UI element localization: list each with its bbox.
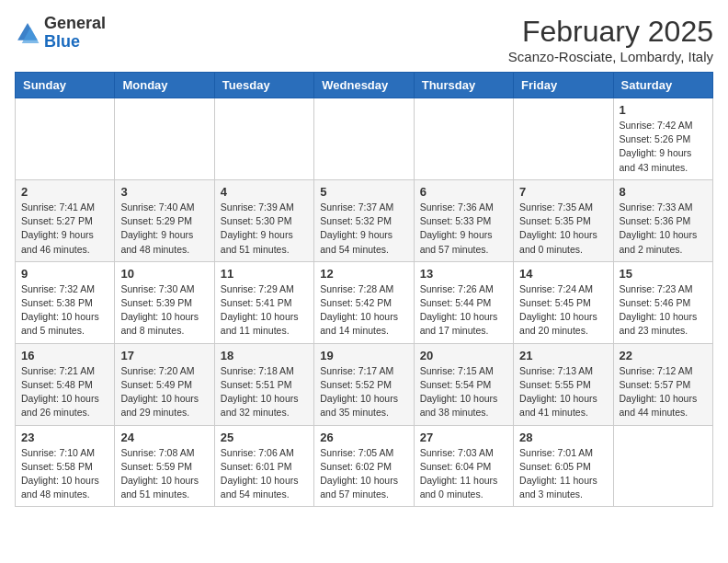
calendar-header-row: SundayMondayTuesdayWednesdayThursdayFrid… xyxy=(16,73,713,98)
day-info: Sunrise: 7:30 AM Sunset: 5:39 PM Dayligh… xyxy=(120,282,208,339)
calendar-cell: 16Sunrise: 7:21 AM Sunset: 5:48 PM Dayli… xyxy=(16,343,115,425)
day-info: Sunrise: 7:37 AM Sunset: 5:32 PM Dayligh… xyxy=(320,201,407,257)
calendar-cell: 14Sunrise: 7:24 AM Sunset: 5:45 PM Dayli… xyxy=(514,261,613,343)
day-info: Sunrise: 7:32 AM Sunset: 5:38 PM Dayligh… xyxy=(21,282,108,339)
calendar-cell: 18Sunrise: 7:18 AM Sunset: 5:51 PM Dayli… xyxy=(214,343,313,425)
logo-blue: Blue xyxy=(44,32,80,51)
day-number: 23 xyxy=(21,431,108,444)
day-info: Sunrise: 7:08 AM Sunset: 5:59 PM Dayligh… xyxy=(120,446,208,502)
location: Scanzo-Rosciate, Lombardy, Italy xyxy=(508,49,713,64)
day-info: Sunrise: 7:29 AM Sunset: 5:41 PM Dayligh… xyxy=(221,282,308,339)
day-number: 9 xyxy=(21,267,108,281)
calendar-header-wednesday: Wednesday xyxy=(314,73,414,98)
calendar-header-thursday: Thursday xyxy=(414,73,513,98)
calendar-cell: 19Sunrise: 7:17 AM Sunset: 5:52 PM Dayli… xyxy=(314,343,414,425)
day-info: Sunrise: 7:18 AM Sunset: 5:51 PM Dayligh… xyxy=(221,364,308,420)
calendar-cell xyxy=(314,98,414,180)
day-info: Sunrise: 7:03 AM Sunset: 6:04 PM Dayligh… xyxy=(420,446,507,502)
day-number: 18 xyxy=(221,349,308,362)
logo: General Blue xyxy=(15,15,106,52)
calendar-cell xyxy=(115,98,214,180)
calendar-cell: 24Sunrise: 7:08 AM Sunset: 5:59 PM Dayli… xyxy=(115,425,214,507)
day-number: 2 xyxy=(21,185,108,199)
calendar-cell: 8Sunrise: 7:33 AM Sunset: 5:36 PM Daylig… xyxy=(613,179,712,261)
day-info: Sunrise: 7:23 AM Sunset: 5:46 PM Dayligh… xyxy=(620,282,707,339)
calendar-cell: 2Sunrise: 7:41 AM Sunset: 5:27 PM Daylig… xyxy=(16,179,115,261)
calendar-header-sunday: Sunday xyxy=(16,73,115,98)
calendar-cell: 15Sunrise: 7:23 AM Sunset: 5:46 PM Dayli… xyxy=(613,261,712,343)
calendar-cell xyxy=(613,425,712,507)
calendar-header-friday: Friday xyxy=(514,73,613,98)
day-number: 21 xyxy=(519,349,607,362)
month-title: February 2025 xyxy=(508,15,713,49)
day-info: Sunrise: 7:13 AM Sunset: 5:55 PM Dayligh… xyxy=(519,364,607,420)
calendar-header-saturday: Saturday xyxy=(613,73,712,98)
calendar-cell: 17Sunrise: 7:20 AM Sunset: 5:49 PM Dayli… xyxy=(115,343,214,425)
day-number: 7 xyxy=(519,185,607,199)
calendar-cell xyxy=(414,98,513,180)
calendar-cell: 1Sunrise: 7:42 AM Sunset: 5:26 PM Daylig… xyxy=(613,98,712,180)
day-info: Sunrise: 7:26 AM Sunset: 5:44 PM Dayligh… xyxy=(420,282,507,339)
day-number: 13 xyxy=(420,267,507,281)
day-info: Sunrise: 7:41 AM Sunset: 5:27 PM Dayligh… xyxy=(21,201,108,257)
day-number: 12 xyxy=(320,267,407,281)
logo-general: General xyxy=(44,14,106,32)
day-number: 4 xyxy=(221,185,308,199)
calendar-cell xyxy=(514,98,613,180)
calendar-cell: 5Sunrise: 7:37 AM Sunset: 5:32 PM Daylig… xyxy=(314,179,414,261)
calendar-header-tuesday: Tuesday xyxy=(214,73,313,98)
day-info: Sunrise: 7:36 AM Sunset: 5:33 PM Dayligh… xyxy=(420,201,507,257)
day-info: Sunrise: 7:21 AM Sunset: 5:48 PM Dayligh… xyxy=(21,364,108,420)
day-info: Sunrise: 7:10 AM Sunset: 5:58 PM Dayligh… xyxy=(21,446,108,502)
day-number: 17 xyxy=(120,349,208,362)
day-number: 25 xyxy=(221,431,308,444)
calendar-cell: 28Sunrise: 7:01 AM Sunset: 6:05 PM Dayli… xyxy=(514,425,613,507)
calendar-cell: 21Sunrise: 7:13 AM Sunset: 5:55 PM Dayli… xyxy=(514,343,613,425)
page-header: General Blue February 2025 Scanzo-Roscia… xyxy=(15,15,713,64)
day-number: 16 xyxy=(21,349,108,362)
day-info: Sunrise: 7:24 AM Sunset: 5:45 PM Dayligh… xyxy=(519,282,607,339)
day-number: 14 xyxy=(519,267,607,281)
calendar-cell: 22Sunrise: 7:12 AM Sunset: 5:57 PM Dayli… xyxy=(613,343,712,425)
day-number: 19 xyxy=(320,349,407,362)
day-info: Sunrise: 7:05 AM Sunset: 6:02 PM Dayligh… xyxy=(320,446,407,502)
day-info: Sunrise: 7:33 AM Sunset: 5:36 PM Dayligh… xyxy=(620,201,707,257)
day-info: Sunrise: 7:06 AM Sunset: 6:01 PM Dayligh… xyxy=(221,446,308,502)
day-number: 26 xyxy=(320,431,407,444)
calendar-cell: 13Sunrise: 7:26 AM Sunset: 5:44 PM Dayli… xyxy=(414,261,513,343)
logo-icon xyxy=(15,20,40,46)
calendar-header-monday: Monday xyxy=(115,73,214,98)
day-number: 20 xyxy=(420,349,507,362)
calendar-cell: 11Sunrise: 7:29 AM Sunset: 5:41 PM Dayli… xyxy=(214,261,313,343)
calendar-table: SundayMondayTuesdayWednesdayThursdayFrid… xyxy=(15,72,713,507)
day-number: 5 xyxy=(320,185,407,199)
day-info: Sunrise: 7:39 AM Sunset: 5:30 PM Dayligh… xyxy=(221,201,308,257)
calendar-cell: 26Sunrise: 7:05 AM Sunset: 6:02 PM Dayli… xyxy=(314,425,414,507)
day-info: Sunrise: 7:35 AM Sunset: 5:35 PM Dayligh… xyxy=(519,201,607,257)
calendar-cell: 10Sunrise: 7:30 AM Sunset: 5:39 PM Dayli… xyxy=(115,261,214,343)
calendar-week-row: 2Sunrise: 7:41 AM Sunset: 5:27 PM Daylig… xyxy=(16,179,713,261)
calendar-cell: 25Sunrise: 7:06 AM Sunset: 6:01 PM Dayli… xyxy=(214,425,313,507)
day-number: 15 xyxy=(620,267,707,281)
day-number: 24 xyxy=(120,431,208,444)
calendar-week-row: 9Sunrise: 7:32 AM Sunset: 5:38 PM Daylig… xyxy=(16,261,713,343)
calendar-cell: 27Sunrise: 7:03 AM Sunset: 6:04 PM Dayli… xyxy=(414,425,513,507)
title-block: February 2025 Scanzo-Rosciate, Lombardy,… xyxy=(508,15,713,64)
calendar-week-row: 16Sunrise: 7:21 AM Sunset: 5:48 PM Dayli… xyxy=(16,343,713,425)
calendar-cell: 7Sunrise: 7:35 AM Sunset: 5:35 PM Daylig… xyxy=(514,179,613,261)
day-info: Sunrise: 7:20 AM Sunset: 5:49 PM Dayligh… xyxy=(120,364,208,420)
day-info: Sunrise: 7:40 AM Sunset: 5:29 PM Dayligh… xyxy=(120,201,208,257)
calendar-week-row: 23Sunrise: 7:10 AM Sunset: 5:58 PM Dayli… xyxy=(16,425,713,507)
calendar-cell: 23Sunrise: 7:10 AM Sunset: 5:58 PM Dayli… xyxy=(16,425,115,507)
day-number: 10 xyxy=(120,267,208,281)
calendar-cell: 6Sunrise: 7:36 AM Sunset: 5:33 PM Daylig… xyxy=(414,179,513,261)
calendar-week-row: 1Sunrise: 7:42 AM Sunset: 5:26 PM Daylig… xyxy=(16,98,713,180)
day-number: 28 xyxy=(519,431,607,444)
calendar-cell: 9Sunrise: 7:32 AM Sunset: 5:38 PM Daylig… xyxy=(16,261,115,343)
day-number: 8 xyxy=(620,185,707,199)
calendar-cell xyxy=(16,98,115,180)
day-info: Sunrise: 7:28 AM Sunset: 5:42 PM Dayligh… xyxy=(320,282,407,339)
day-info: Sunrise: 7:12 AM Sunset: 5:57 PM Dayligh… xyxy=(620,364,707,420)
day-number: 6 xyxy=(420,185,507,199)
day-info: Sunrise: 7:17 AM Sunset: 5:52 PM Dayligh… xyxy=(320,364,407,420)
